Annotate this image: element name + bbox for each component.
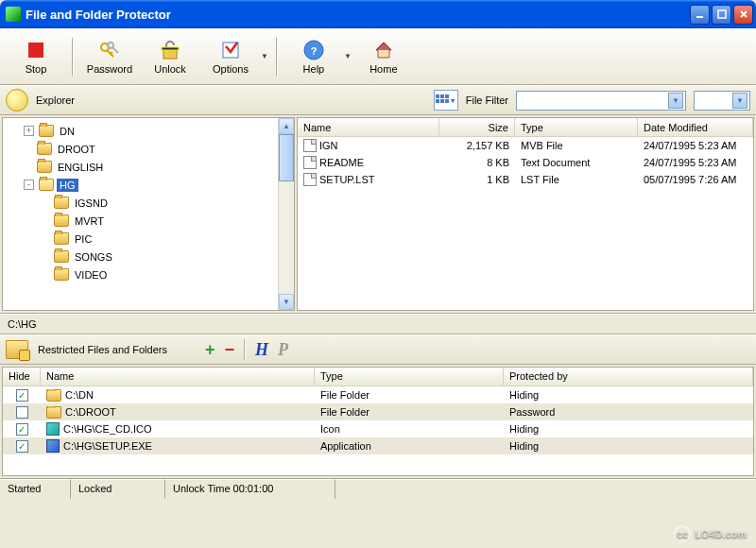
file-name: README xyxy=(319,157,364,168)
file-type: MVB File xyxy=(515,139,638,152)
file-icon xyxy=(303,139,317,152)
svg-rect-13 xyxy=(436,99,439,103)
tree-scrollbar[interactable]: ▲ ▼ xyxy=(278,118,294,310)
minimize-button[interactable] xyxy=(690,5,710,25)
tree-item[interactable]: PIC xyxy=(5,230,292,248)
column-rname[interactable]: Name xyxy=(41,368,315,385)
locked-folder-icon xyxy=(6,340,28,359)
password-button[interactable]: Password xyxy=(81,32,138,81)
tree-item[interactable]: MVRT xyxy=(5,212,292,230)
column-modified[interactable]: Date Modified xyxy=(638,118,753,136)
scroll-up-button[interactable]: ▲ xyxy=(279,118,294,134)
close-button[interactable] xyxy=(733,5,753,25)
tree-item-label: SONGS xyxy=(72,250,115,264)
column-rtype[interactable]: Type xyxy=(315,368,504,385)
file-modified: 05/07/1995 7:26 AM xyxy=(638,173,753,186)
chevron-down-icon[interactable]: ▼ xyxy=(668,93,683,109)
expand-icon[interactable]: + xyxy=(24,126,34,136)
tree-item[interactable]: SONGS xyxy=(5,248,292,265)
secondary-dropdown[interactable]: ▼ xyxy=(694,91,750,111)
restricted-name: C:\DROOT xyxy=(65,406,116,418)
status-empty xyxy=(335,479,756,499)
status-started: Started xyxy=(0,479,71,499)
restricted-name: C:\HG\CE_CD.ICO xyxy=(63,423,152,435)
file-type: LST File xyxy=(515,173,638,186)
svg-rect-1 xyxy=(718,10,726,18)
tree-item-label: DROOT xyxy=(55,143,98,156)
column-name[interactable]: Name xyxy=(298,118,439,136)
help-button[interactable]: ? Help xyxy=(285,32,342,81)
add-button[interactable]: + xyxy=(205,340,215,360)
hide-checkbox[interactable]: ✓ xyxy=(16,423,28,436)
file-size: 2,157 KB xyxy=(439,139,515,152)
restricted-row[interactable]: ✓C:\HG\SETUP.EXEApplicationHiding xyxy=(3,437,753,454)
stop-icon xyxy=(25,39,47,61)
scroll-down-button[interactable]: ▼ xyxy=(279,294,294,310)
file-list-header: Name Size Type Date Modified xyxy=(298,118,753,137)
column-protected[interactable]: Protected by xyxy=(504,368,753,385)
tree-item[interactable]: -HG xyxy=(5,176,292,194)
home-icon xyxy=(372,39,395,61)
folder-icon xyxy=(54,232,69,245)
options-dropdown-arrow-icon[interactable]: ▼ xyxy=(261,52,268,60)
folder-icon xyxy=(54,214,69,227)
file-row[interactable]: IGN2,157 KBMVB File24/07/1995 5:23 AM xyxy=(298,137,753,154)
tree-item[interactable]: IGSND xyxy=(5,194,292,212)
tree-item[interactable]: VIDEO xyxy=(5,265,292,283)
column-hide[interactable]: Hide xyxy=(3,368,41,385)
help-dropdown-arrow-icon[interactable]: ▼ xyxy=(344,52,352,60)
file-row[interactable]: SETUP.LST1 KBLST File05/07/1995 7:26 AM xyxy=(298,171,753,188)
hide-checkbox[interactable] xyxy=(16,406,28,419)
hide-checkbox[interactable]: ✓ xyxy=(16,440,28,453)
options-label: Options xyxy=(213,63,249,75)
svg-text:?: ? xyxy=(311,45,318,57)
grid-icon xyxy=(436,94,449,106)
view-mode-button[interactable]: ▼ xyxy=(434,90,458,111)
remove-button[interactable]: − xyxy=(224,340,234,360)
home-button[interactable]: Home xyxy=(355,32,412,81)
restricted-row[interactable]: C:\DROOTFile FolderPassword xyxy=(3,403,753,420)
restricted-protected: Hiding xyxy=(504,389,753,401)
tree-item[interactable]: ENGLISH xyxy=(5,158,292,176)
options-button[interactable]: Options xyxy=(202,32,259,81)
tree-item[interactable]: +DN xyxy=(5,122,292,140)
restricted-type: Application xyxy=(315,440,504,452)
folder-icon xyxy=(54,268,69,281)
scroll-thumb[interactable] xyxy=(279,134,294,181)
file-size: 8 KB xyxy=(439,156,515,169)
help-icon: ? xyxy=(302,39,325,61)
unlock-button[interactable]: Unlock xyxy=(142,32,198,81)
svg-rect-12 xyxy=(445,94,449,98)
svg-rect-6 xyxy=(162,47,179,50)
current-path: C:\HG xyxy=(8,318,37,330)
svg-rect-11 xyxy=(440,94,444,98)
explorer-bar: Explorer ▼ File Filter ▼ ▼ xyxy=(0,85,756,115)
file-row[interactable]: README8 KBText Document24/07/1995 5:23 A… xyxy=(298,154,753,171)
chevron-down-icon[interactable]: ▼ xyxy=(732,93,747,109)
column-type[interactable]: Type xyxy=(515,118,638,136)
toolbar-separator xyxy=(276,38,278,76)
password-mode-button[interactable]: P xyxy=(278,340,288,360)
restricted-row[interactable]: ✓C:\HG\CE_CD.ICOIconHiding xyxy=(3,420,753,437)
restricted-row[interactable]: ✓C:\DNFile FolderHiding xyxy=(3,386,753,403)
folder-icon xyxy=(39,179,54,191)
stop-button[interactable]: Stop xyxy=(8,32,64,81)
status-locked: Locked xyxy=(71,479,165,499)
hide-mode-button[interactable]: H xyxy=(255,340,268,360)
path-bar: C:\HG xyxy=(0,314,756,334)
svg-rect-0 xyxy=(696,16,703,18)
stop-label: Stop xyxy=(26,63,47,75)
tree-item-label: MVRT xyxy=(72,214,107,228)
file-name: SETUP.LST xyxy=(319,174,375,185)
hide-checkbox[interactable]: ✓ xyxy=(16,389,28,402)
collapse-icon[interactable]: - xyxy=(24,180,34,190)
restricted-protected: Hiding xyxy=(504,423,753,435)
bar-separator xyxy=(244,339,246,360)
status-bar: Started Locked Unlock Time 00:01:00 xyxy=(0,478,756,499)
column-size[interactable]: Size xyxy=(439,118,515,136)
folder-icon xyxy=(46,389,61,402)
magnifier-icon xyxy=(6,89,28,111)
file-filter-dropdown[interactable]: ▼ xyxy=(516,91,686,111)
maximize-button[interactable] xyxy=(712,5,731,25)
tree-item[interactable]: DROOT xyxy=(5,140,292,158)
